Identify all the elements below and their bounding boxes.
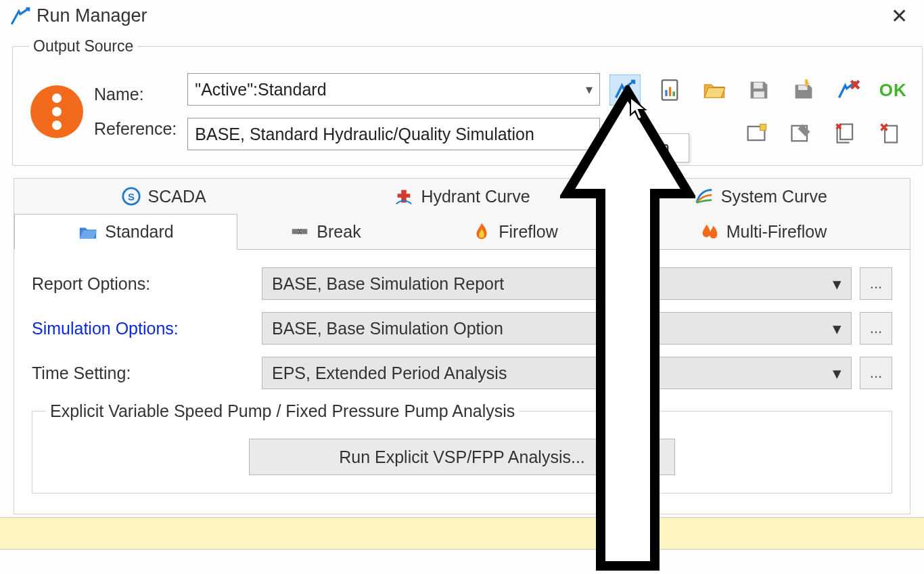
reference-field[interactable]: BASE, Standard Hydraulic/Quality Simulat… [187, 118, 600, 150]
app-icon [9, 5, 32, 28]
reference-label: Reference: [94, 119, 177, 139]
tab-hydrant-curve[interactable]: Hydrant Curve [313, 179, 611, 214]
new-window-button[interactable] [741, 118, 772, 149]
svg-rect-1 [666, 90, 668, 96]
run-tooltip: Run [626, 133, 689, 162]
standard-tab-content: Report Options: BASE, Base Simulation Re… [14, 249, 910, 514]
report-options-browse[interactable]: ... [860, 267, 892, 300]
run-manager-window: Run Manager ✕ Output Source Name: Refere… [0, 0, 924, 574]
svg-text:S: S [128, 191, 135, 202]
svg-rect-2 [669, 87, 671, 97]
toolbar-row-1: OK [609, 74, 908, 106]
tab-multi-fireflow-label: Multi-Fireflow [726, 222, 827, 242]
chevron-down-icon: ▾ [833, 363, 841, 383]
simulation-options-value: BASE, Base Simulation Option [272, 319, 503, 338]
simulation-options-label[interactable]: Simulation Options: [32, 319, 262, 338]
chevron-down-icon: ▾ [833, 274, 841, 294]
output-source-legend: Output Source [29, 37, 137, 56]
svg-rect-3 [673, 91, 675, 96]
edit-button[interactable] [785, 118, 816, 149]
time-setting-browse[interactable]: ... [860, 357, 892, 389]
svg-rect-4 [754, 83, 763, 89]
svg-rect-15 [398, 194, 411, 198]
reference-value: BASE, Standard Hydraulic/Quality Simulat… [195, 125, 534, 144]
output-source-group: Output Source Name: Reference: "Active":… [12, 37, 923, 166]
time-setting-combo[interactable]: EPS, Extended Period Analysis ▾ [262, 357, 852, 389]
save-button[interactable] [743, 74, 775, 106]
output-source-labels: Name: Reference: [94, 85, 177, 139]
tab-break[interactable]: Break [237, 214, 413, 249]
tab-system-curve-label: System Curve [721, 187, 827, 206]
tab-fireflow[interactable]: Fireflow [413, 214, 616, 249]
chevron-down-icon: ▾ [833, 319, 841, 338]
tab-hydrant-curve-label: Hydrant Curve [421, 187, 530, 206]
vsp-group-legend: Explicit Variable Speed Pump / Fixed Pre… [46, 401, 519, 421]
report-button[interactable] [654, 74, 685, 106]
titlebar: Run Manager ✕ [0, 0, 924, 37]
report-options-value: BASE, Base Simulation Report [272, 274, 504, 294]
tab-area: S SCADA Hydrant Curve System Curve Stand… [14, 178, 910, 514]
svg-rect-17 [301, 229, 307, 234]
svg-rect-10 [840, 125, 852, 140]
vsp-group: Explicit Variable Speed Pump / Fixed Pre… [32, 401, 892, 493]
open-button[interactable] [699, 74, 730, 106]
tab-scada[interactable]: S SCADA [14, 179, 313, 214]
svg-rect-16 [292, 229, 298, 234]
tab-strip: S SCADA Hydrant Curve System Curve Stand… [14, 179, 910, 249]
delete-button[interactable] [875, 118, 906, 149]
tab-standard-label: Standard [105, 222, 173, 242]
tab-system-curve[interactable]: System Curve [611, 179, 910, 214]
time-setting-label: Time Setting: [32, 363, 262, 383]
report-options-label: Report Options: [32, 274, 262, 294]
report-options-combo[interactable]: BASE, Base Simulation Report ▾ [262, 267, 852, 300]
svg-rect-8 [760, 125, 766, 131]
tab-standard[interactable]: Standard [14, 214, 237, 250]
close-button[interactable]: ✕ [884, 4, 915, 28]
copy-button[interactable] [830, 118, 861, 149]
name-value: "Active":Standard [195, 80, 326, 100]
tab-multi-fireflow[interactable]: Multi-Fireflow [616, 214, 910, 249]
save-special-button[interactable] [788, 74, 819, 106]
svg-rect-5 [754, 91, 764, 97]
simulation-options-combo[interactable]: BASE, Base Simulation Option ▾ [262, 312, 852, 345]
ok-status: OK [877, 74, 908, 106]
clear-run-button[interactable] [833, 74, 864, 106]
simulation-options-browse[interactable]: ... [860, 312, 892, 345]
time-setting-value: EPS, Extended Period Analysis [272, 363, 507, 383]
tab-scada-label: SCADA [148, 187, 206, 206]
cursor-icon [629, 96, 648, 120]
tab-fireflow-label: Fireflow [499, 222, 558, 242]
name-label: Name: [94, 85, 177, 104]
run-vsp-button[interactable]: Run Explicit VSP/FPP Analysis... [249, 439, 675, 475]
tab-break-label: Break [317, 222, 361, 242]
traffic-light-icon [30, 85, 83, 138]
window-title: Run Manager [37, 5, 884, 26]
name-combo[interactable]: "Active":Standard ▾ [187, 73, 600, 106]
chevron-down-icon: ▾ [586, 81, 593, 97]
status-bar [0, 517, 924, 550]
